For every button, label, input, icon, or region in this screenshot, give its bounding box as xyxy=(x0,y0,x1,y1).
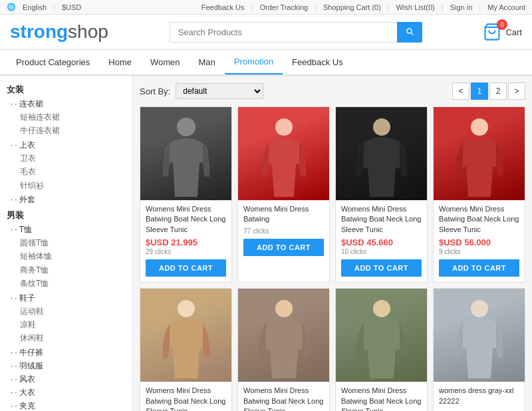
add-to-cart-button[interactable]: ADD TO CART xyxy=(439,259,519,277)
logo-light: shop xyxy=(68,21,108,42)
sort-label: Sort By: xyxy=(140,86,170,96)
sidebar-item-fengyi[interactable]: · 风衣 xyxy=(11,374,126,385)
product-grid: Womens Mini Dress Batwing Boat Neck Long… xyxy=(140,106,525,411)
product-card: Womens Mini Dress Batwing Boat Neck Long… xyxy=(140,288,232,411)
sidebar-child-yundong[interactable]: 运动鞋 xyxy=(7,305,126,318)
search-input[interactable] xyxy=(170,22,397,43)
sidebar-child-duixiu[interactable]: 短袖连衣裙 xyxy=(7,110,126,124)
order-tracking-link[interactable]: Order Tracking xyxy=(259,3,308,11)
product-info: womens dress gray-xxl 22222 $USD 45.000 … xyxy=(434,382,525,411)
search-button[interactable] xyxy=(397,22,422,43)
product-image xyxy=(434,289,525,382)
sidebar-item-shangyi[interactable]: · 上衣 xyxy=(11,140,126,151)
nav-item-home[interactable]: Home xyxy=(99,51,141,74)
sidebar-child-yuanling[interactable]: 圆领T恤 xyxy=(7,236,126,249)
product-card: Womens Mini Dress Batwing Boat Neck Long… xyxy=(140,106,232,283)
sidebar-child-maoyi[interactable]: 毛衣 xyxy=(7,165,126,178)
wish-list-link[interactable]: Wish List(0) xyxy=(396,3,435,11)
sidebar-item-lianyiqun[interactable]: · 连衣裙 xyxy=(11,98,126,110)
product-name: Womens Mini Dress Batwing Boat Neck Long… xyxy=(341,386,422,411)
add-to-cart-button[interactable]: ADD TO CART xyxy=(146,259,226,277)
product-card: Womens Mini Dress Batwing Boat Neck Long… xyxy=(335,288,428,411)
cart-button[interactable]: 0 Cart xyxy=(483,23,522,41)
pagination: < 1 2 > xyxy=(452,82,525,100)
nav-item-man[interactable]: Man xyxy=(190,51,225,74)
sidebar-section-women: 女装 · 连衣裙 短袖连衣裙 牛仔连衣裙 · 上衣 卫衣 毛衣 针织衫 · 外套 xyxy=(7,84,126,206)
sign-in-link[interactable]: Sign in xyxy=(450,3,473,11)
product-info: Womens Mini Dress Batwing Boat Neck Long… xyxy=(434,200,525,255)
svg-point-1 xyxy=(177,118,196,136)
sidebar-child-weiyi[interactable]: 卫衣 xyxy=(7,152,126,165)
sidebar-child-duixiu2[interactable]: 短袖体恤 xyxy=(7,249,126,263)
sidebar-child-shangwu[interactable]: 商务T恤 xyxy=(7,263,126,277)
svg-point-2 xyxy=(275,118,293,136)
sidebar-child-tiaowen[interactable]: 条纹T恤 xyxy=(7,277,126,290)
language-selector[interactable]: English xyxy=(23,3,47,11)
product-name: Womens Mini Dress Batwing Boat Neck Long… xyxy=(341,204,422,235)
product-image xyxy=(238,289,329,382)
product-image xyxy=(336,289,427,382)
page-1-button[interactable]: 1 xyxy=(471,82,488,100)
add-to-cart-button[interactable]: ADD TO CART xyxy=(243,239,324,256)
products-area: Sort By: default Price: Low to High Pric… xyxy=(133,76,532,411)
svg-point-6 xyxy=(275,300,293,317)
nav-item-promotion[interactable]: Promotion xyxy=(225,50,283,74)
product-image xyxy=(140,107,231,200)
add-to-cart-button[interactable]: ADD TO CART xyxy=(341,259,422,277)
sidebar-item-yurongfu[interactable]: · 羽绒服 xyxy=(11,360,126,372)
product-price: $USD 45.660 xyxy=(341,237,422,247)
product-card: Womens Mini Dress Batwing 77 clicks ADD … xyxy=(237,106,330,283)
nav-item-women[interactable]: Women xyxy=(141,51,190,74)
sidebar-child-liang[interactable]: 凉鞋 xyxy=(7,318,126,331)
sidebar: 女装 · 连衣裙 短袖连衣裙 牛仔连衣裙 · 上衣 卫衣 毛衣 针织衫 · 外套… xyxy=(0,76,133,411)
logo[interactable]: strongshop xyxy=(10,21,108,43)
top-bar-left: 🌐 English | $USD xyxy=(7,3,81,11)
page-2-button[interactable]: 2 xyxy=(489,82,507,100)
my-account-link[interactable]: My Account xyxy=(487,3,525,11)
sidebar-item-niuzaiku[interactable]: · 牛仔裤 xyxy=(11,347,126,358)
prev-page-button[interactable]: < xyxy=(452,82,469,100)
logo-strong: strong xyxy=(10,21,68,42)
sidebar-child-xiuxian[interactable]: 休闲鞋 xyxy=(7,331,126,344)
product-image xyxy=(434,107,525,200)
sidebar-item-waitao[interactable]: · 外套 xyxy=(11,194,126,206)
sidebar-child-zhenzhi[interactable]: 针织衫 xyxy=(7,179,126,192)
top-bar: 🌐 English | $USD Feedback Us | Order Tra… xyxy=(0,0,532,15)
nav-item-product-categories[interactable]: Product Categories xyxy=(7,51,99,74)
feedback-link[interactable]: Feedback Us xyxy=(201,3,245,11)
sort-select[interactable]: default Price: Low to High Price: High t… xyxy=(176,83,263,99)
svg-point-8 xyxy=(471,300,488,317)
product-card: Womens Mini Dress Batwing Boat Neck Long… xyxy=(335,106,428,283)
next-page-button[interactable]: > xyxy=(508,82,525,100)
product-card: womens dress gray-xxl 22222 $USD 45.000 … xyxy=(433,288,525,411)
product-image xyxy=(140,289,231,382)
product-price: $USD 56.000 xyxy=(439,237,519,247)
main-nav: Product Categories Home Women Man Promot… xyxy=(0,50,532,76)
product-name: Womens Mini Dress Batwing Boat Neck Long… xyxy=(146,204,226,235)
product-name: womens dress gray-xxl 22222 xyxy=(439,386,519,406)
product-clicks: 9 clicks xyxy=(439,248,519,255)
product-clicks: 29 clicks xyxy=(146,248,226,255)
sidebar-child-niuzai[interactable]: 牛仔连衣裙 xyxy=(7,124,126,137)
product-name: Womens Mini Dress Batwing Boat Neck Long… xyxy=(146,386,226,411)
nav-item-feedback[interactable]: Feedback Us xyxy=(283,51,352,74)
product-clicks: 10 clicks xyxy=(341,248,422,255)
product-name: Womens Mini Dress Batwing Boat Neck Long… xyxy=(439,204,519,235)
product-card: Womens Mini Dress Batwing Boat Neck Long… xyxy=(433,106,525,283)
product-info: Womens Mini Dress Batwing Boat Neck Long… xyxy=(238,382,329,411)
product-info: Womens Mini Dress Batwing Boat Neck Long… xyxy=(336,200,427,255)
currency-selector[interactable]: $USD xyxy=(62,3,81,11)
product-name: Womens Mini Dress Batwing xyxy=(243,204,324,225)
product-name: Womens Mini Dress Batwing Boat Neck Long… xyxy=(243,386,324,411)
sidebar-item-tixu[interactable]: · T恤 xyxy=(11,224,126,235)
svg-point-5 xyxy=(178,300,195,317)
top-bar-right: Feedback Us | Order Tracking | Shopping … xyxy=(201,3,525,11)
header: strongshop 0 Cart xyxy=(0,15,532,50)
sort-bar: Sort By: default Price: Low to High Pric… xyxy=(140,82,525,100)
shopping-cart-link[interactable]: Shopping Cart (0) xyxy=(323,3,381,11)
sidebar-item-jiake[interactable]: · 夹克 xyxy=(11,400,126,411)
sidebar-item-xiezi[interactable]: · 鞋子 xyxy=(11,293,126,304)
sidebar-title-women: 女装 xyxy=(7,84,126,96)
product-info: Womens Mini Dress Batwing Boat Neck Long… xyxy=(140,382,231,411)
sidebar-item-dayi[interactable]: · 大衣 xyxy=(11,387,126,398)
